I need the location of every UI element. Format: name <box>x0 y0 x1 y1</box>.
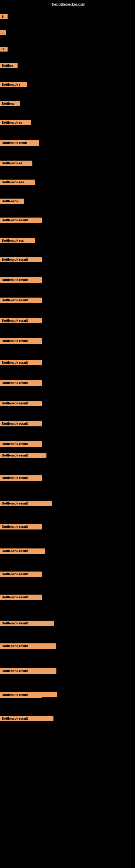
bottleneck-result-label: Bottleneck result <box>0 524 42 529</box>
bottleneck-result-label: Bottleneck result <box>0 716 53 721</box>
site-title: TheBottlenecker.com <box>0 0 135 8</box>
bottleneck-result-label: Bottleneck resul <box>0 140 39 146</box>
bottleneck-result-label: Bottleneck res <box>0 180 35 185</box>
bottleneck-result-label: Bottlene <box>0 101 20 106</box>
bottleneck-result-label: Bottleneck <box>0 198 24 204</box>
bottleneck-result-label: B <box>0 14 8 19</box>
bottleneck-result-label: Bottleneck res <box>0 238 35 243</box>
bottleneck-result-label: Bottleneck result <box>0 501 52 506</box>
bottleneck-result-label: Bottleneck result <box>0 692 42 698</box>
bottleneck-result-label: Bottleneck result <box>0 475 42 480</box>
bottleneck-result-label: Bottleneck result <box>0 218 42 223</box>
bottleneck-result-label: Bottleneck result <box>0 549 45 554</box>
bottleneck-result-label: Bottleneck result <box>0 360 42 365</box>
bottleneck-result-label: Bottlen <box>0 63 17 68</box>
bottleneck-result-label: Bottleneck result <box>0 380 42 386</box>
bottleneck-result-label: Bottleneck result <box>0 338 42 344</box>
bottleneck-result-label: Bottleneck result <box>0 595 42 600</box>
bottleneck-result-label: Bottleneck result <box>0 669 56 674</box>
bottleneck-result-label: Bottleneck result <box>0 441 42 447</box>
bottleneck-result-label: Bottleneck result <box>0 298 42 303</box>
bottleneck-result-label: B <box>0 46 8 52</box>
bottleneck-result-label: Bottleneck result <box>0 453 46 458</box>
bottleneck-result-label: Bottleneck result <box>0 421 42 426</box>
bottleneck-result-label: Bottleneck result <box>0 401 42 406</box>
bottleneck-result-label: Bottleneck result <box>0 643 56 649</box>
bottleneck-result-label: Bottleneck result <box>0 277 42 283</box>
bottleneck-result-label: Bottleneck result <box>0 257 42 262</box>
bottleneck-result-label: Bottleneck result <box>0 571 42 577</box>
bottleneck-result-label: Bottleneck re <box>0 120 31 125</box>
bottleneck-result-label: Bottleneck result <box>0 318 42 323</box>
bottleneck-result-label: Bottleneck result <box>0 621 54 626</box>
bottleneck-result-label: E <box>0 30 6 35</box>
bottleneck-result-label: Bottleneck re <box>0 161 32 166</box>
bottleneck-result-label: Bottleneck r <box>0 82 27 87</box>
